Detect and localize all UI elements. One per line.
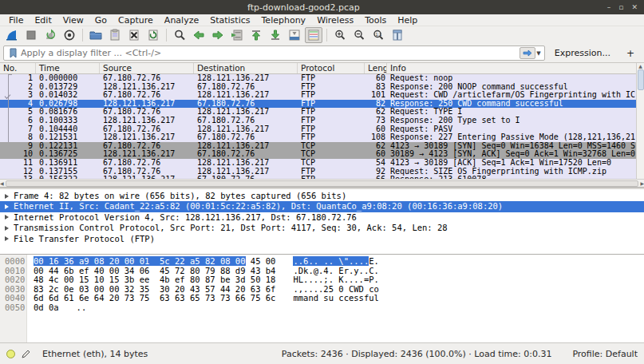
close-file-button[interactable] <box>125 27 143 43</box>
expander-triangle-icon[interactable] <box>5 194 9 199</box>
packet-row-9[interactable]: 90.12213167.180.72.76128.121.136.217TCP6… <box>0 142 644 151</box>
zoom-in-button[interactable] <box>331 27 349 43</box>
expander-triangle-icon[interactable] <box>5 204 9 209</box>
packet-list-hscrollbar[interactable]: ◀ ▶ <box>0 179 644 187</box>
open-file-button[interactable] <box>87 27 105 43</box>
hex-ascii-plain[interactable]: E. <box>369 256 379 266</box>
resize-columns-button[interactable] <box>389 27 406 43</box>
hex-bytes-plain[interactable]: 0d 0a <box>34 303 59 312</box>
menu-go[interactable]: Go <box>89 14 113 26</box>
menu-telephony[interactable]: Telephony <box>256 14 312 26</box>
packet-row-11[interactable]: 110.13691167.180.72.76128.121.136.217TCP… <box>0 159 644 168</box>
hex-bytes-plain[interactable]: 6d 6d 61 6e 64 20 73 75 63 63 65 73 73 6… <box>34 293 275 303</box>
display-filter-field[interactable]: ▼ <box>3 46 545 61</box>
packet-row-3[interactable]: 30.01403267.180.72.76128.121.136.217FTP1… <box>0 91 644 100</box>
hex-ascii-plain[interactable]: HL....;. K....=P. <box>293 275 378 284</box>
detail-row-4[interactable]: File Transfer Protocol (FTP) <box>0 234 644 244</box>
column-header-info[interactable]: Info <box>387 63 644 73</box>
reload-file-button[interactable] <box>144 27 162 43</box>
detail-row-1[interactable]: Ethernet II, Src: Cadant_22:a5:82 (00:01… <box>0 201 644 212</box>
menu-file[interactable]: File <box>3 14 29 26</box>
hex-bytes-highlighted[interactable]: 00 16 36 a9 08 20 00 01 5c 22 a5 82 08 0… <box>34 256 246 266</box>
hex-bytes-plain[interactable]: 45 00 <box>246 256 276 266</box>
menu-wireless[interactable]: Wireless <box>311 14 359 26</box>
hex-ascii-plain[interactable]: .,....25 0 CWD co <box>293 284 378 294</box>
menu-analyze[interactable]: Analyze <box>159 14 204 26</box>
detail-row-2[interactable]: Internet Protocol Version 4, Src: 128.12… <box>0 212 644 223</box>
packet-row-10[interactable]: 100.136725128.121.136.21767.180.72.76TCP… <box>0 150 644 159</box>
column-header-source[interactable]: Source <box>100 63 194 73</box>
go-to-packet-button[interactable] <box>228 27 246 43</box>
scroll-left-arrow[interactable]: ◀ <box>0 180 4 186</box>
maximize-button[interactable]: ▫ <box>618 3 623 11</box>
hex-ascii[interactable]: mmand su ccessful <box>275 294 378 303</box>
packet-list-vscrollbar[interactable]: ▲ <box>636 63 644 180</box>
column-header-no[interactable]: No. <box>0 63 36 73</box>
packet-row-8[interactable]: 80.121531128.121.136.21767.180.72.76FTP1… <box>0 133 644 142</box>
bookmark-icon[interactable] <box>8 48 18 58</box>
hex-line-0050[interactable]: 00500d 0a.. <box>0 303 644 313</box>
packet-row-1[interactable]: 10.00000067.180.72.76128.121.136.217FTP6… <box>0 74 644 83</box>
apply-filter-button[interactable] <box>520 47 535 59</box>
detail-row-0[interactable]: Frame 4: 82 bytes on wire (656 bits), 82… <box>0 191 644 201</box>
expander-triangle-icon[interactable] <box>5 226 9 231</box>
capture-options-button[interactable] <box>61 27 78 43</box>
packet-row-6[interactable]: 60.100333128.121.136.21767.180.72.76FTP7… <box>0 117 644 125</box>
hex-ascii-plain[interactable]: .. <box>77 303 87 312</box>
go-forward-button[interactable] <box>209 27 227 43</box>
menu-tools[interactable]: Tools <box>359 14 392 26</box>
start-capture-button[interactable] <box>3 27 21 43</box>
zoom-out-button[interactable] <box>350 27 368 43</box>
hex-bytes-plain[interactable]: 00 44 6b ef 40 00 34 06 45 72 80 79 88 d… <box>34 266 275 275</box>
menu-view[interactable]: View <box>57 14 89 26</box>
save-file-button[interactable] <box>106 27 124 43</box>
hex-ascii-plain[interactable]: mmand su ccessful <box>293 293 378 303</box>
expander-triangle-icon[interactable] <box>5 215 9 220</box>
capture-comment-icon[interactable] <box>22 349 31 358</box>
packet-row-12[interactable]: 120.13715567.180.72.76128.121.136.217FTP… <box>0 168 644 176</box>
column-header-length[interactable]: Length <box>365 63 387 73</box>
menu-statistics[interactable]: Statistics <box>204 14 255 26</box>
scroll-up-arrow[interactable]: ▲ <box>638 63 642 69</box>
colorize-button[interactable] <box>305 27 322 43</box>
apply-dropdown-caret[interactable]: ▼ <box>536 50 540 57</box>
vscroll-thumb[interactable] <box>638 69 644 90</box>
hex-bytes-plain[interactable]: 48 4c 00 15 10 15 3b ee 4b ef 80 87 be 3… <box>34 275 275 284</box>
hex-ascii-plain[interactable]: .Dk.@.4. Er.y..C. <box>293 266 378 275</box>
hscroll-thumb[interactable] <box>6 180 639 187</box>
menu-help[interactable]: Help <box>392 14 423 26</box>
display-filter-input[interactable] <box>21 48 520 58</box>
menu-edit[interactable]: Edit <box>29 14 57 26</box>
column-header-destination[interactable]: Destination <box>194 63 298 73</box>
go-last-button[interactable] <box>267 27 284 43</box>
hex-ascii-highlighted[interactable]: ..6.. .. \".... <box>293 256 369 266</box>
go-back-button[interactable] <box>190 27 207 43</box>
expander-triangle-icon[interactable] <box>5 236 9 241</box>
hex-bytes-plain[interactable]: 83 2c 0e 03 00 00 32 35 30 20 43 57 44 2… <box>34 284 275 294</box>
packet-row-4[interactable]: 40.026798128.121.136.21767.180.72.76FTP8… <box>0 100 644 109</box>
column-header-protocol[interactable]: Protocol <box>298 63 365 73</box>
column-header-time[interactable]: Time <box>36 63 100 73</box>
status-profile[interactable]: Profile: Default <box>572 349 638 359</box>
packet-row-7[interactable]: 70.10444067.180.72.76128.121.136.217FTP6… <box>0 125 644 134</box>
packet-row-2[interactable]: 20.013729128.121.136.21767.180.72.76FTP8… <box>0 83 644 92</box>
hex-bytes[interactable]: 6d 6d 61 6e 64 20 73 75 63 63 65 73 73 6… <box>27 294 275 303</box>
restart-capture-button[interactable] <box>41 27 59 43</box>
zoom-reset-button[interactable]: 1:1 <box>369 27 387 43</box>
menu-capture[interactable]: Capture <box>113 14 159 26</box>
stop-capture-button[interactable] <box>22 27 40 43</box>
hex-bytes[interactable]: 0d 0a <box>27 303 59 313</box>
auto-scroll-button[interactable] <box>286 27 303 43</box>
go-first-button[interactable] <box>247 27 265 43</box>
add-filter-button[interactable]: + <box>620 46 641 61</box>
hex-line-0040[interactable]: 00406d 6d 61 6e 64 20 73 75 63 63 65 73 … <box>0 294 644 303</box>
detail-row-3[interactable]: Transmission Control Protocol, Src Port:… <box>0 223 644 233</box>
scroll-right-arrow[interactable]: ▶ <box>640 180 644 186</box>
expert-info-icon[interactable] <box>6 350 15 358</box>
close-button[interactable]: ✕ <box>631 3 638 11</box>
packet-row-5[interactable]: 50.08167667.180.72.76128.121.136.217FTP6… <box>0 108 644 117</box>
expression-button[interactable]: Expression... <box>548 46 617 60</box>
find-packet-button[interactable] <box>171 27 188 43</box>
minimize-button[interactable]: – <box>607 3 611 11</box>
hex-ascii[interactable]: .. <box>59 303 87 313</box>
